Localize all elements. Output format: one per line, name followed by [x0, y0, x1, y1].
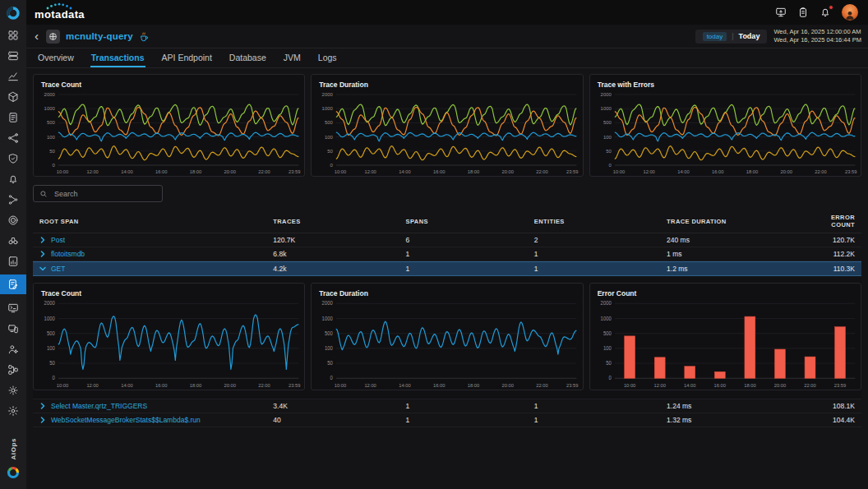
- page-header: ‹ mcnulty-query today: [26, 25, 868, 48]
- sidebar-item-monitor-shield-icon[interactable]: [3, 151, 23, 165]
- search-row: [33, 177, 861, 209]
- root-span-name-cell[interactable]: Select Master.qrtz_TRIGGERS: [33, 402, 273, 410]
- root-span-name: Post: [51, 236, 65, 244]
- traces-cell: 3.4K: [273, 402, 405, 410]
- svg-text:10:00: 10:00: [624, 383, 636, 388]
- svg-text:22:00: 22:00: [537, 169, 548, 174]
- search-box[interactable]: [33, 185, 163, 202]
- chart-panel-trace-duration: Trace Duration0501005001000200010:0012:0…: [311, 74, 583, 177]
- sidebar-item-automation-flow-icon[interactable]: [3, 362, 23, 376]
- chart-title: Trace Count: [34, 284, 304, 299]
- clipboard-icon[interactable]: [797, 7, 809, 18]
- table-row[interactable]: flotoitsmdb6.8k111 ms112.2K: [33, 247, 861, 261]
- java-icon: [139, 31, 149, 42]
- svg-text:14:00: 14:00: [399, 383, 412, 388]
- root-span-name-cell[interactable]: flotoitsmdb: [33, 250, 273, 258]
- root-span-name-cell[interactable]: Post: [33, 236, 273, 244]
- svg-text:23:59: 23:59: [845, 169, 856, 174]
- sidebar-item-terminal-icon[interactable]: [3, 301, 23, 315]
- search-input[interactable]: [53, 189, 156, 199]
- svg-text:500: 500: [47, 330, 56, 336]
- root-span-name: GET: [51, 265, 65, 273]
- chart-panel-get-trace-count: Trace Count0501005001000200010:0012:0014…: [33, 283, 305, 390]
- tab-logs[interactable]: Logs: [317, 53, 338, 67]
- chart-canvas-get-trace-duration: 0501005001000200010:0012:0014:0016:0018:…: [312, 299, 582, 390]
- svg-text:14:00: 14:00: [684, 383, 696, 388]
- root-span-table: ROOT SPANTRACESSPANSENTITIESTRACE DURATI…: [33, 209, 861, 427]
- motadata-mark-icon[interactable]: [6, 6, 21, 21]
- svg-text:2000: 2000: [600, 92, 612, 97]
- tab-overview[interactable]: Overview: [37, 53, 75, 67]
- svg-text:22:00: 22:00: [537, 383, 549, 388]
- svg-text:18:00: 18:00: [746, 169, 757, 174]
- time-range-end: Wed, Apr 16, 2025 04:16:44 PM: [773, 36, 861, 44]
- sidebar-item-service-map-icon[interactable]: [3, 192, 23, 206]
- tab-api-endpoint[interactable]: API Endpoint: [161, 53, 213, 67]
- time-range-dates: Wed, Apr 16, 2025 12:00:00 AM Wed, Apr 1…: [773, 28, 861, 44]
- svg-text:10:00: 10:00: [335, 383, 347, 388]
- svg-text:16:00: 16:00: [433, 169, 445, 174]
- svg-text:500: 500: [325, 120, 334, 125]
- sidebar-item-packages-icon[interactable]: [3, 90, 23, 104]
- chart-canvas-trace-count: 0501005001000200010:0012:0014:0016:0018:…: [34, 90, 304, 176]
- traces-cell: 120.7K: [273, 236, 405, 244]
- sidebar-bottom: AIOps: [7, 438, 20, 489]
- sidebar-item-topology-icon[interactable]: [3, 131, 23, 145]
- root-span-name: flotoitsmdb: [51, 250, 85, 258]
- back-button[interactable]: ‹: [33, 30, 40, 42]
- sidebar-item-devices-icon[interactable]: [3, 321, 23, 335]
- svg-text:100: 100: [325, 135, 334, 140]
- tab-transactions[interactable]: Transactions: [90, 53, 145, 67]
- svg-text:12:00: 12:00: [643, 169, 654, 174]
- errors-cell: 108.1K: [807, 402, 861, 410]
- errors-cell: 120.7K: [807, 236, 861, 244]
- sidebar-item-metrics-icon[interactable]: [3, 69, 23, 83]
- root-span-name-cell[interactable]: WebSocketMessageBrokerStats$$Lambda$.run: [33, 416, 273, 424]
- sidebar-item-settings-gear-icon[interactable]: [3, 404, 23, 417]
- sidebar-item-apps-grid-icon[interactable]: [3, 28, 23, 42]
- table-row[interactable]: Post120.7K62240 ms120.7K: [33, 233, 861, 247]
- table-row[interactable]: Select Master.qrtz_TRIGGERS3.4K111.24 ms…: [33, 399, 861, 413]
- entities-cell: 1: [534, 402, 667, 410]
- sidebar-nav: [0, 28, 26, 438]
- table-header: ROOT SPANTRACESSPANSENTITIESTRACE DURATI…: [33, 209, 861, 233]
- sidebar-item-infrastructure-icon[interactable]: [3, 48, 23, 62]
- chevron-right-icon[interactable]: [39, 251, 46, 257]
- chart-title: Trace Count: [34, 75, 304, 90]
- user-avatar[interactable]: [842, 4, 858, 21]
- svg-text:22:00: 22:00: [815, 169, 826, 174]
- tab-jvm[interactable]: JVM: [283, 53, 302, 67]
- sidebar-item-discovery-target-icon[interactable]: [3, 213, 23, 227]
- chevron-right-icon[interactable]: [39, 403, 46, 409]
- spans-cell: 1: [406, 250, 534, 258]
- sidebar-item-reports-icon[interactable]: [3, 254, 23, 268]
- svg-text:18:00: 18:00: [190, 169, 201, 174]
- chevron-right-icon[interactable]: [39, 237, 46, 243]
- svg-text:22:00: 22:00: [258, 383, 270, 388]
- screen-share-icon[interactable]: [775, 7, 787, 18]
- svg-text:0: 0: [53, 375, 56, 381]
- entities-cell: 1: [534, 416, 667, 424]
- aiops-label: AIOps: [10, 438, 17, 460]
- table-row[interactable]: GET4.2k111.2 ms110.3K: [33, 261, 861, 276]
- notification-bell-icon[interactable]: [820, 7, 831, 18]
- sidebar-item-integrations-icon[interactable]: [3, 383, 23, 397]
- sidebar-item-observability-icon[interactable]: [3, 233, 23, 247]
- time-range-picker[interactable]: today | Today: [695, 30, 768, 44]
- sidebar-item-user-management-icon[interactable]: [3, 342, 23, 356]
- tab-database[interactable]: Database: [229, 53, 267, 67]
- duration-cell: 1 ms: [667, 250, 807, 258]
- sidebar-item-alerts-bell-icon[interactable]: [3, 172, 23, 186]
- chevron-right-icon[interactable]: [39, 417, 46, 423]
- root-span-name-cell[interactable]: GET: [33, 265, 273, 273]
- table-row[interactable]: WebSocketMessageBrokerStats$$Lambda$.run…: [33, 413, 861, 427]
- svg-text:500: 500: [603, 330, 612, 336]
- sidebar-item-logs-file-icon[interactable]: [3, 110, 23, 124]
- sidebar-item-traces-icon[interactable]: [0, 274, 26, 294]
- errors-cell: 112.2K: [807, 250, 861, 258]
- topbar-actions: [775, 4, 858, 21]
- chevron-down-icon[interactable]: [39, 265, 46, 272]
- svg-text:50: 50: [606, 149, 612, 154]
- svg-text:12:00: 12:00: [653, 383, 666, 388]
- column-header-traces: TRACES: [273, 218, 405, 225]
